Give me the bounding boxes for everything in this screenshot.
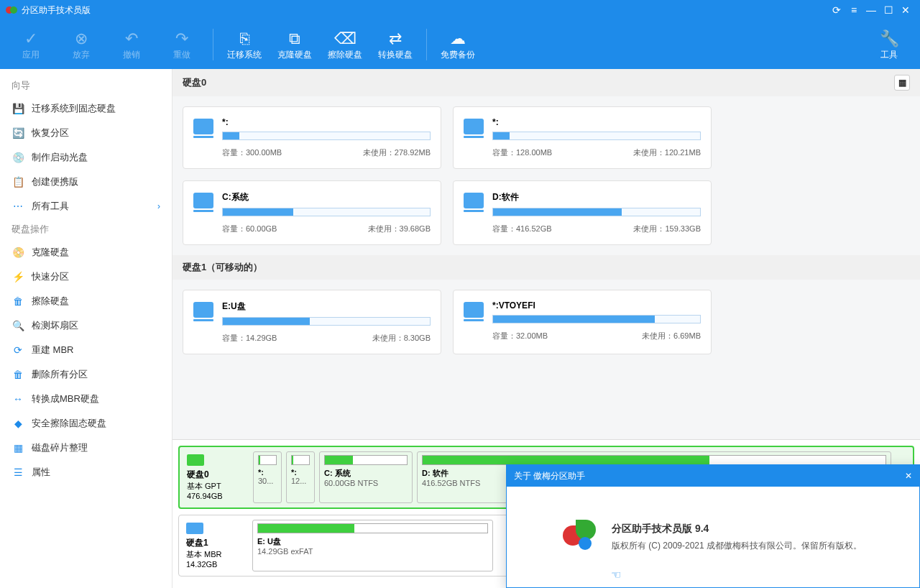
capacity-label: 容量：14.29GB bbox=[222, 333, 277, 344]
sidebar-item-label: 恢复分区 bbox=[32, 127, 69, 139]
sidebar-item-label: 迁移系统到固态硬盘 bbox=[32, 102, 116, 115]
disk-summary: 硬盘0 基本 GPT 476.94GB bbox=[184, 451, 249, 503]
hand-icon: ☜ bbox=[611, 568, 621, 582]
partition-block[interactable]: *: 12... bbox=[286, 451, 315, 503]
sidebar-item-diskop[interactable]: ⚡ 快速分区 bbox=[0, 265, 172, 289]
sidebar-item-diskop[interactable]: ↔ 转换成MBR硬盘 bbox=[0, 387, 172, 411]
discard-button: ⊗放弃 bbox=[56, 23, 106, 66]
capacity-label: 容量：128.00MB bbox=[492, 147, 552, 158]
partition-block[interactable]: C: 系统 60.00GB NTFS bbox=[319, 451, 413, 503]
drive-icon bbox=[464, 119, 484, 134]
app-title: 分区助手技术员版 bbox=[22, 4, 91, 17]
partition-name: D:软件 bbox=[492, 191, 701, 203]
convert-button[interactable]: ⇄转换硬盘 bbox=[370, 23, 420, 66]
partition-card[interactable]: *: 容量：300.00MB未使用：278.92MB bbox=[183, 106, 441, 169]
usage-bar bbox=[222, 208, 431, 216]
drive-icon bbox=[193, 119, 213, 134]
undo-button: ↶撤销 bbox=[106, 23, 157, 66]
disk-icon bbox=[186, 523, 203, 534]
usage-bar bbox=[492, 132, 701, 140]
sidebar-item-diskop[interactable]: 🔍 检测坏扇区 bbox=[0, 313, 172, 338]
sidebar-item-icon: ◆ bbox=[12, 417, 24, 430]
disk-label: 硬盘1 bbox=[186, 537, 208, 549]
clone-button[interactable]: ⧉克隆硬盘 bbox=[270, 23, 320, 66]
undo-icon: ↶ bbox=[125, 29, 138, 49]
sidebar-item-icon: 📋 bbox=[12, 175, 24, 188]
sidebar-item-diskop[interactable]: ☰ 属性 bbox=[0, 460, 172, 484]
migrate-button[interactable]: ⎘迁移系统 bbox=[219, 23, 270, 66]
sidebar-item-icon: ⋯ bbox=[12, 200, 24, 213]
sidebar-item-icon: 🔄 bbox=[12, 127, 24, 139]
disk-icon bbox=[187, 454, 204, 466]
discard-icon: ⊗ bbox=[75, 29, 88, 49]
sidebar-item-label: 快速分区 bbox=[32, 270, 69, 283]
partition-card[interactable]: *:VTOYEFI 容量：32.00MB未使用：6.69MB bbox=[453, 290, 712, 354]
disk-header-label: 硬盘0 bbox=[183, 76, 206, 89]
partition-name: *: bbox=[222, 117, 431, 127]
partition-block-name: *: bbox=[258, 468, 277, 477]
drive-icon bbox=[464, 193, 484, 208]
about-close-icon[interactable]: ✕ bbox=[905, 471, 912, 481]
sidebar-item-label: 重建 MBR bbox=[32, 344, 74, 357]
partition-card[interactable]: C:系统 容量：60.00GB未使用：39.68GB bbox=[183, 180, 441, 245]
disk-size: 476.94GB bbox=[187, 492, 223, 500]
sidebar: 向导 💾 迁移系统到固态硬盘 🔄 恢复分区 💿 制作启动光盘 📋 创建便携版 ⋯… bbox=[0, 69, 172, 588]
sidebar-item-icon: ▦ bbox=[12, 441, 24, 454]
sidebar-item-diskop[interactable]: 🗑 擦除硬盘 bbox=[0, 289, 172, 313]
maximize-icon[interactable]: ☐ bbox=[880, 1, 897, 19]
sidebar-item-icon: ⚡ bbox=[12, 270, 24, 283]
disk-type: 基本 MBR bbox=[186, 549, 222, 560]
sidebar-item-diskop[interactable]: 🗑 删除所有分区 bbox=[0, 362, 172, 387]
partition-block-size: 14.29GB exFAT bbox=[257, 547, 488, 556]
partition-block-size: 60.00GB NTFS bbox=[324, 479, 408, 487]
view-toggle-button[interactable]: ▦ bbox=[894, 75, 910, 91]
check-icon: ✓ bbox=[24, 29, 37, 49]
partition-block[interactable]: E: U盘 14.29GB exFAT bbox=[252, 520, 493, 571]
sidebar-item-wizard[interactable]: 📋 创建便携版 bbox=[0, 170, 172, 194]
usage-bar bbox=[222, 132, 431, 140]
sidebar-item-diskop[interactable]: ▦ 磁盘碎片整理 bbox=[0, 436, 172, 460]
disk-header: 硬盘0▦ bbox=[172, 69, 920, 96]
partition-name: *:VTOYEFI bbox=[492, 300, 701, 311]
menu-icon[interactable]: ≡ bbox=[845, 1, 862, 19]
partition-card[interactable]: D:软件 容量：416.52GB未使用：159.33GB bbox=[453, 180, 712, 245]
chevron-right-icon: › bbox=[157, 201, 160, 211]
backup-button[interactable]: ☁免费备份 bbox=[433, 23, 483, 66]
free-label: 未使用：39.68GB bbox=[368, 224, 431, 234]
drive-icon bbox=[193, 302, 213, 318]
sidebar-item-diskop[interactable]: ⟳ 重建 MBR bbox=[0, 338, 172, 362]
partition-card[interactable]: E:U盘 容量：14.29GB未使用：8.30GB bbox=[183, 290, 441, 354]
refresh-icon[interactable]: ⟳ bbox=[828, 1, 845, 19]
sidebar-item-wizard[interactable]: 💾 迁移系统到固态硬盘 bbox=[0, 96, 172, 121]
sidebar-item-label: 属性 bbox=[32, 466, 50, 479]
free-label: 未使用：8.30GB bbox=[372, 333, 431, 344]
partition-block-name: *: bbox=[291, 468, 310, 477]
sidebar-item-label: 磁盘碎片整理 bbox=[32, 441, 88, 454]
minimize-icon[interactable]: — bbox=[862, 1, 880, 19]
sidebar-item-label: 转换成MBR硬盘 bbox=[32, 392, 99, 405]
apply-button: ✓应用 bbox=[6, 23, 56, 66]
sidebar-item-wizard[interactable]: 🔄 恢复分区 bbox=[0, 121, 172, 145]
tools-button[interactable]: 🔧工具 bbox=[864, 23, 914, 66]
wipe-button[interactable]: ⌫擦除硬盘 bbox=[320, 23, 370, 66]
sidebar-item-diskop[interactable]: 📀 克隆硬盘 bbox=[0, 240, 172, 265]
sidebar-item-icon: 💿 bbox=[12, 151, 24, 164]
titlebar: 分区助手技术员版 ⟳ ≡ — ☐ ✕ bbox=[0, 0, 920, 20]
close-icon[interactable]: ✕ bbox=[897, 1, 914, 19]
sidebar-item-wizard[interactable]: 💿 制作启动光盘 bbox=[0, 145, 172, 170]
clone-icon: ⧉ bbox=[289, 29, 300, 49]
wizard-heading: 向导 bbox=[0, 75, 172, 96]
about-dialog: 关于 傲梅分区助手 ✕ 分区助手技术员版 9.4 版权所有 (C) 2009-2… bbox=[506, 464, 920, 588]
sidebar-item-icon: ↔ bbox=[12, 392, 24, 405]
migrate-icon: ⎘ bbox=[240, 29, 249, 49]
drive-icon bbox=[464, 302, 484, 318]
free-label: 未使用：159.33GB bbox=[633, 224, 701, 234]
sidebar-item-icon: ☰ bbox=[12, 466, 24, 479]
sidebar-item-wizard[interactable]: ⋯ 所有工具 › bbox=[0, 194, 172, 219]
sidebar-item-label: 克隆硬盘 bbox=[32, 246, 69, 259]
partition-card[interactable]: *: 容量：128.00MB未使用：120.21MB bbox=[453, 106, 712, 169]
capacity-label: 容量：32.00MB bbox=[492, 331, 548, 341]
toolbar: ✓应用 ⊗放弃 ↶撤销 ↷重做 ⎘迁移系统 ⧉克隆硬盘 ⌫擦除硬盘 ⇄转换硬盘 … bbox=[0, 20, 920, 69]
partition-block[interactable]: *: 30... bbox=[253, 451, 282, 503]
sidebar-item-diskop[interactable]: ◆ 安全擦除固态硬盘 bbox=[0, 411, 172, 436]
